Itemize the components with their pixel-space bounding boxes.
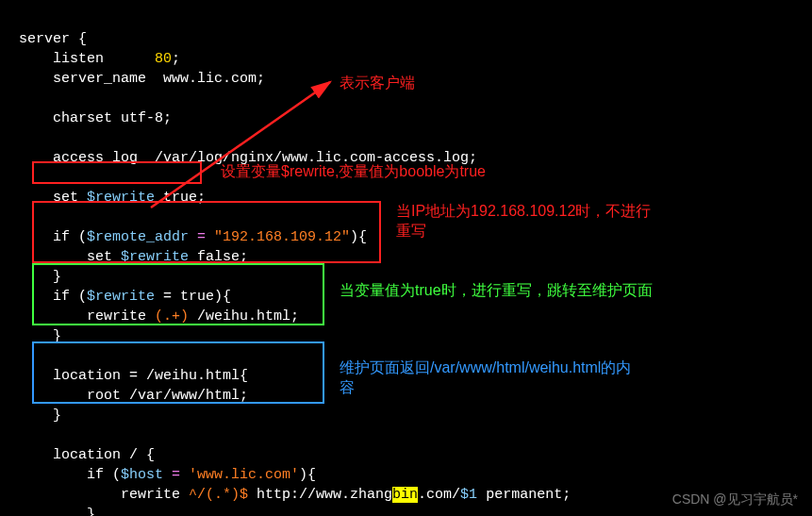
annotation-ip-match: 当IP地址为192.168.109.12时，不进行 重写 [396, 202, 651, 241]
highlight-box-location-weihu [32, 341, 324, 404]
code-line: server { [19, 31, 87, 47]
annotation-maintenance-page: 维护页面返回/var/www/html/weihu.html的内 容 [340, 358, 631, 398]
annotation-client: 表示客户端 [340, 74, 415, 93]
watermark: CSDN @见习宇航员* [672, 491, 798, 508]
highlight-box-if-remote-addr [32, 201, 381, 263]
highlight-box-if-rewrite-true [32, 263, 324, 325]
highlighted-text: bin [392, 487, 418, 503]
highlight-box-set-rewrite [32, 161, 202, 184]
annotation-true-rewrite: 当变量值为true时，进行重写，跳转至维护页面 [340, 281, 653, 301]
code-line: listen [19, 51, 155, 67]
annotation-set-variable: 设置变量$rewrite,变量值为booble为true [221, 162, 486, 182]
